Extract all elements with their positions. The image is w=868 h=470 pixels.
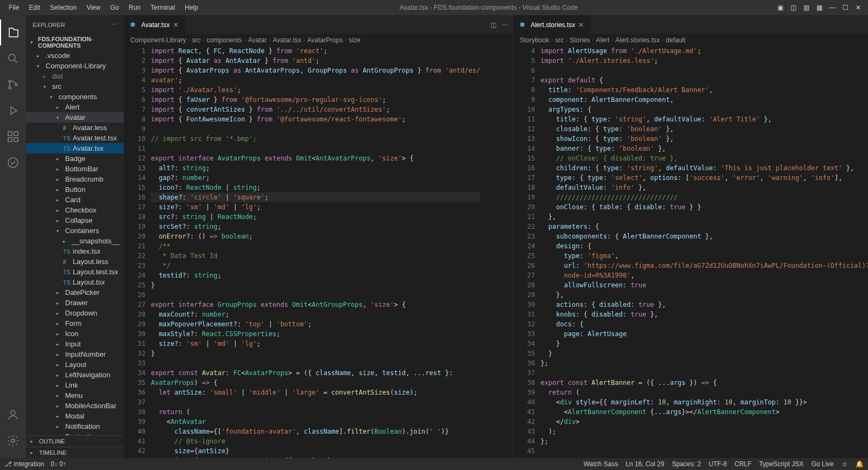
folder-menu[interactable]: ▸Menu (26, 390, 124, 401)
folder-inputnumber[interactable]: ▸InputNumber (26, 349, 124, 359)
settings-icon[interactable] (0, 428, 26, 454)
outline-section[interactable]: ▸ OUTLINE (26, 435, 124, 447)
folder-datepicker[interactable]: ▸DatePicker (26, 287, 124, 298)
golive-indicator[interactable]: Go Live (811, 460, 833, 468)
folder-notification[interactable]: ▸Notification (26, 421, 124, 432)
folder-button[interactable]: ▸Button (26, 184, 124, 195)
file-layout-tsx[interactable]: TSLayout.tsx (26, 277, 124, 287)
close-icon[interactable]: ✕ (578, 21, 584, 29)
file-avatar-less[interactable]: #Avatar.less (26, 123, 124, 133)
cursor-position[interactable]: Ln 16, Col 29 (626, 460, 664, 468)
layout-icon[interactable]: ◫ (788, 2, 799, 13)
menu-go[interactable]: Go (106, 2, 123, 14)
project-header[interactable]: ▾ FDS.FOUNDATION-COMPONENTS (26, 34, 124, 50)
feedback-icon[interactable]: ☺ (841, 460, 848, 468)
timeline-section[interactable]: ▸ TIMELINE (26, 447, 124, 458)
layout-icon[interactable]: ▣ (775, 2, 786, 13)
breadcrumb-item[interactable]: Component-Library (130, 36, 186, 44)
menu-view[interactable]: View (82, 2, 105, 14)
breadcrumb-item[interactable]: src (555, 36, 564, 44)
tab-avatar[interactable]: ⬢ Avatar.tsx ✕ (124, 15, 185, 34)
folder-mobileactionbar[interactable]: ▸MobileActionBar (26, 401, 124, 411)
maximize-icon[interactable]: ☐ (840, 2, 851, 13)
folder-dropdown[interactable]: ▸Dropdown (26, 308, 124, 318)
menu-help[interactable]: Help (181, 2, 203, 14)
file-index-tsx[interactable]: TSindex.tsx (26, 246, 124, 256)
menu-terminal[interactable]: Terminal (146, 2, 179, 14)
folder-component-library[interactable]: ▾Component-Library (26, 61, 124, 71)
minimize-icon[interactable]: — (827, 2, 838, 13)
folder-alert[interactable]: ▸Alert (26, 102, 124, 112)
breadcrumb-item[interactable]: Storybook (520, 36, 549, 44)
file-avatar-test-tsx[interactable]: TSAvatar.test.tsx (26, 133, 124, 143)
notifications-icon[interactable]: 🔔 (856, 460, 864, 468)
tab-alert-stories[interactable]: ⬢ Alert.stories.tsx ✕ (513, 15, 591, 34)
folder-input[interactable]: ▸Input (26, 339, 124, 349)
minimap[interactable] (480, 46, 513, 458)
folder-collapse[interactable]: ▸Collapse (26, 215, 124, 226)
folder-form[interactable]: ▸Form (26, 318, 124, 329)
folder-components[interactable]: ▾components (26, 92, 124, 102)
breadcrumb-item[interactable]: size (349, 36, 360, 44)
folder-drawer[interactable]: ▸Drawer (26, 298, 124, 308)
folder-icon[interactable]: ▸Icon (26, 329, 124, 339)
breadcrumb-item[interactable]: Stories (570, 36, 590, 44)
breadcrumb-item[interactable]: Avatar.tsx (273, 36, 301, 44)
menu-file[interactable]: File (4, 2, 23, 14)
run-debug-icon[interactable] (0, 98, 26, 124)
layout-icon[interactable]: ▦ (814, 2, 825, 13)
sync-indicator[interactable]: 0↓ 0↑ (50, 460, 66, 468)
breadcrumb-item[interactable]: AvatarProps (307, 36, 343, 44)
menu-selection[interactable]: Selection (46, 2, 81, 14)
folder-src[interactable]: ▾src (26, 81, 124, 92)
watch-sass[interactable]: Watch Sass (584, 460, 618, 468)
eol-indicator[interactable]: CRLF (735, 460, 751, 468)
branch-indicator[interactable]: ⎇ integration (4, 460, 44, 468)
split-icon[interactable]: ◫ (490, 21, 496, 29)
close-icon[interactable]: ✕ (173, 21, 178, 29)
file-layout-less[interactable]: #Layout.less (26, 256, 124, 267)
code-editor[interactable]: 1234567891011121314151617181920212223242… (124, 46, 513, 458)
folder-checkbox[interactable]: ▸Checkbox (26, 205, 124, 215)
account-icon[interactable] (0, 402, 26, 428)
more-icon[interactable]: ⋯ (502, 21, 508, 29)
folder-pagination[interactable]: ▸Pagination (26, 432, 124, 435)
folder-modal[interactable]: ▸Modal (26, 411, 124, 421)
breadcrumb-item[interactable]: Alert (596, 36, 610, 44)
extensions-icon[interactable] (0, 124, 26, 150)
layout-icon[interactable]: ▥ (801, 2, 812, 13)
explorer-icon[interactable] (0, 20, 26, 46)
encoding-indicator[interactable]: UTF-8 (709, 460, 727, 468)
folder-dist[interactable]: ▸dist (26, 71, 124, 81)
folder-card[interactable]: ▸Card (26, 195, 124, 205)
spaces-indicator[interactable]: Spaces: 2 (672, 460, 701, 468)
code-editor[interactable]: 4567891011121314151617181920212223242526… (513, 46, 868, 458)
file-avatar-tsx[interactable]: TSAvatar.tsx (26, 143, 124, 153)
more-icon[interactable]: ⋯ (111, 21, 117, 28)
folder-layout[interactable]: ▸Layout (26, 359, 124, 370)
language-indicator[interactable]: TypeScript JSX (759, 460, 803, 468)
liveshare-icon[interactable] (0, 150, 26, 176)
folder-badge[interactable]: ▸Badge (26, 153, 124, 164)
source-control-icon[interactable] (0, 72, 26, 98)
folder-leftnavigation[interactable]: ▸LeftNavigation (26, 370, 124, 380)
breadcrumb-item[interactable]: Avatar (248, 36, 266, 44)
search-icon[interactable] (0, 46, 26, 72)
breadcrumb-item[interactable]: Alert.stories.tsx (615, 36, 660, 44)
breadcrumb[interactable]: Storybook›src›Stories›Alert›Alert.storie… (513, 34, 868, 46)
folder-containers[interactable]: ▾Containers (26, 226, 124, 236)
breadcrumb[interactable]: Component-Library›src›components›Avatar›… (124, 34, 513, 46)
close-icon[interactable]: ✕ (853, 2, 864, 13)
menu-edit[interactable]: Edit (24, 2, 44, 14)
folder-avatar[interactable]: ▾Avatar (26, 112, 124, 123)
breadcrumb-item[interactable]: default (666, 36, 685, 44)
menu-run[interactable]: Run (124, 2, 145, 14)
file-layout-test-tsx[interactable]: TSLayout.test.tsx (26, 267, 124, 277)
folder-link[interactable]: ▸Link (26, 380, 124, 390)
folder--vscode[interactable]: ▸.vscode (26, 50, 124, 61)
folder-breadcrumb[interactable]: ▸Breadcrumb (26, 174, 124, 184)
breadcrumb-item[interactable]: src (192, 36, 201, 44)
folder-__snapshots__[interactable]: ▸__snapshots__ (26, 236, 124, 246)
breadcrumb-item[interactable]: components (207, 36, 242, 44)
folder-bottombar[interactable]: ▸BottomBar (26, 164, 124, 174)
